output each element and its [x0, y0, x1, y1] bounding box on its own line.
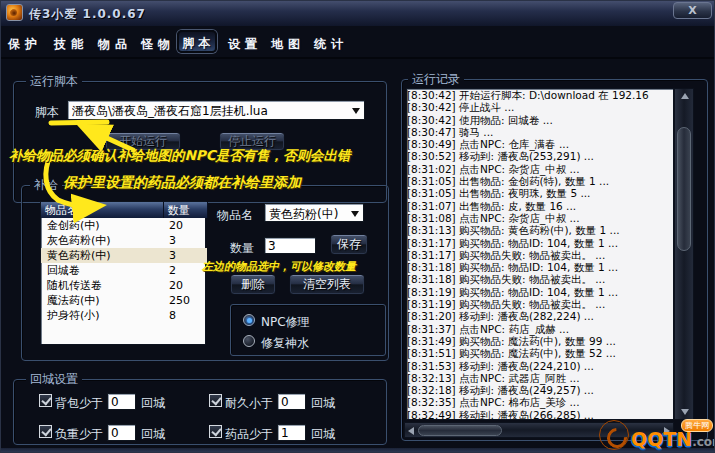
script-label: 脚本 — [35, 104, 59, 121]
clear-list-button[interactable]: 清空列表 — [289, 274, 365, 295]
log-line: [8:31:19] 购买物品: 物品ID: 104, 数量 1 ... — [407, 286, 673, 298]
qqtn-logo-icon — [599, 420, 629, 450]
potion-suffix: 回城 — [311, 426, 335, 443]
tab-skills[interactable]: 技能 — [54, 36, 86, 53]
log-line: [8:30:42] 开始运行脚本: D:\download 在 192.16 — [407, 89, 673, 101]
vertical-scroll-thumb[interactable] — [677, 127, 691, 251]
supply-table-body: 金创药(中)20灰色药粉(中)3黄色药粉(中)3回城卷2随机传送卷20魔法药(中… — [41, 218, 207, 323]
run-log-group: 运行记录 [8:30:42] 开始运行脚本: D:\download 在 192… — [401, 79, 708, 441]
log-line: [8:30:49] 点击NPC: 仓库_满春 ... — [407, 138, 673, 150]
potion-checkbox[interactable] — [209, 425, 222, 438]
bag-checkbox[interactable] — [39, 394, 52, 407]
run-script-legend: 运行脚本 — [26, 74, 82, 89]
bag-label: 背包少于 — [55, 395, 103, 412]
log-list[interactable]: [8:30:42] 开始运行脚本: D:\download 在 192.16[8… — [406, 88, 674, 420]
radio-npc-repair-label: NPC修理 — [261, 314, 310, 331]
supply-group: 补给 物品名 数量 金创药(中)20灰色药粉(中)3黄色药粉(中)3回城卷2随机… — [21, 185, 389, 361]
scroll-up-icon[interactable] — [681, 93, 689, 99]
supply-table-row[interactable]: 金创药(中)20 — [41, 218, 207, 233]
annotation-supply-hint: 保护里设置的药品必须都在补给里添加 — [63, 174, 301, 192]
radio-holy-water[interactable] — [243, 335, 255, 347]
weight-label: 负重少于 — [55, 426, 103, 443]
supply-table-row[interactable]: 回城卷2 — [41, 263, 207, 278]
tab-settings[interactable]: 设置 — [228, 36, 260, 53]
script-combobox[interactable]: 潘夜岛\潘夜岛_潘夜石窟1层挂机.lua — [67, 100, 365, 120]
radio-npc-repair[interactable] — [243, 314, 255, 326]
chevron-down-icon — [351, 211, 359, 217]
col-quantity[interactable]: 数量 — [163, 202, 207, 218]
recall-legend: 回城设置 — [26, 372, 82, 387]
bag-threshold-input[interactable] — [107, 393, 136, 410]
durability-threshold-input[interactable] — [277, 393, 306, 410]
qqtn-badge: 腾牛网 — [681, 419, 713, 432]
supply-table-row[interactable]: 魔法药(中)250 — [41, 293, 207, 308]
log-line: [8:31:17] 购买物品: 物品ID: 104, 数量 1 ... — [407, 237, 673, 249]
log-line: [8:31:19] 购买物品失败: 物品被卖出。 ... — [407, 298, 673, 310]
qqtn-suffix: .com — [692, 435, 715, 449]
log-line: [8:32:35] 点击NPC: 棉布店_美珍 ... — [407, 396, 673, 408]
durability-label: 耐久小于 — [225, 395, 273, 412]
save-button[interactable]: 保存 — [330, 234, 368, 255]
log-line: [8:31:07] 出售物品: 皮, 数量 16 ... — [407, 200, 673, 212]
item-name-combobox[interactable]: 黄色药粉(中) — [264, 203, 364, 222]
script-combobox-value: 潘夜岛\潘夜岛_潘夜石窟1层挂机.lua — [72, 103, 346, 120]
log-line: [8:31:05] 出售物品: 夜明珠, 数量 5 ... — [407, 187, 673, 199]
log-line: [8:31:17] 购买物品失败: 物品被卖出。 ... — [407, 249, 673, 261]
log-vertical-scrollbar[interactable] — [674, 88, 694, 420]
tab-items[interactable]: 物品 — [98, 36, 130, 53]
weight-checkbox[interactable] — [39, 425, 52, 438]
delete-button[interactable]: 删除 — [230, 274, 276, 295]
log-line: [8:31:18] 购买物品失败: 物品被卖出。 ... — [407, 273, 673, 285]
supply-legend: 补给 — [30, 178, 62, 193]
horizontal-scroll-thumb[interactable] — [418, 425, 502, 436]
log-line: [8:32:13] 点击NPC: 武器店_阿胜 ... — [407, 372, 673, 384]
log-line: [8:32:18] 移动到: 潘夜岛(249,257) ... — [407, 384, 673, 396]
tab-stats[interactable]: 统计 — [314, 36, 346, 53]
log-line: [8:30:47] 骑马 ... — [407, 126, 673, 138]
radio-holy-water-label: 修复神水 — [261, 335, 309, 352]
app-logo-icon — [6, 4, 23, 21]
log-line: [8:30:42] 使用物品: 回城卷 ... — [407, 114, 673, 126]
log-line: [8:31:08] 点击NPC: 杂货店_中叔 ... — [407, 212, 673, 224]
supply-table-row[interactable]: 随机传送卷20 — [41, 278, 207, 293]
title-bar: 传3小爱 1.0.0.67 X — [1, 1, 715, 26]
log-line: [8:31:51] 购买物品: 魔法药(中), 数量 52 ... — [407, 347, 673, 359]
scroll-down-icon[interactable] — [681, 409, 689, 415]
tab-monsters[interactable]: 怪物 — [141, 36, 173, 53]
potion-threshold-input[interactable] — [277, 424, 306, 441]
app-window: 传3小爱 1.0.0.67 X 保护 技能 物品 怪物 脚本 设置 地图 统计 … — [0, 0, 715, 453]
repair-options-box: NPC修理 修复神水 — [230, 304, 386, 356]
qqtn-watermark: QQTN.com 腾牛网 — [593, 418, 715, 453]
col-item-name[interactable]: 物品名 — [41, 202, 163, 218]
quantity-label: 数量 — [230, 240, 254, 257]
item-name-combobox-value: 黄色药粉(中) — [269, 206, 349, 223]
supply-table-header[interactable]: 物品名 数量 — [41, 202, 207, 218]
item-name-label: 物品名 — [217, 207, 253, 224]
scroll-left-icon[interactable] — [408, 427, 414, 435]
supply-table-row[interactable]: 黄色药粉(中)3 — [41, 248, 207, 263]
potion-label: 药品少于 — [225, 426, 273, 443]
tab-map[interactable]: 地图 — [271, 36, 303, 53]
quantity-input[interactable] — [264, 237, 316, 254]
log-line: [8:31:53] 移动到: 潘夜岛(224,210) ... — [407, 360, 673, 372]
durability-suffix: 回城 — [311, 395, 335, 412]
supply-table[interactable]: 物品名 数量 金创药(中)20灰色药粉(中)3黄色药粉(中)3回城卷2随机传送卷… — [40, 201, 206, 345]
chevron-down-icon — [352, 108, 360, 114]
log-line: [8:31:02] 点击NPC: 杂货店_中叔 ... — [407, 163, 673, 175]
log-line: [8:31:37] 点击NPC: 药店_成赫 ... — [407, 323, 673, 335]
window-title: 传3小爱 1.0.0.67 — [29, 6, 146, 23]
supply-table-row[interactable]: 护身符(小)8 — [41, 308, 207, 323]
close-button[interactable]: X — [673, 2, 712, 19]
run-log-legend: 运行记录 — [408, 72, 464, 87]
durability-checkbox[interactable] — [209, 394, 222, 407]
weight-threshold-input[interactable] — [107, 424, 136, 441]
supply-table-row[interactable]: 灰色药粉(中)3 — [41, 233, 207, 248]
log-line: [8:31:05] 出售物品: 金创药(特), 数量 1 ... — [407, 175, 673, 187]
log-line: [8:31:13] 购买物品: 黄色药粉(中), 数量 1 ... — [407, 224, 673, 236]
tab-protect[interactable]: 保护 — [8, 36, 40, 53]
recall-settings-group: 回城设置 背包少于 回城 耐久小于 回城 负重少于 回城 药品少于 回城 — [13, 379, 387, 445]
tab-script[interactable]: 脚本 — [177, 30, 217, 53]
annotation-npc-warning: 补给物品必须确认补给地图的NPC是否有售，否则会出错 — [9, 147, 351, 165]
log-line: [8:31:49] 购买物品: 魔法药(中), 数量 99 ... — [407, 335, 673, 347]
log-line: [8:30:52] 移动到: 潘夜岛(253,291) ... — [407, 150, 673, 162]
